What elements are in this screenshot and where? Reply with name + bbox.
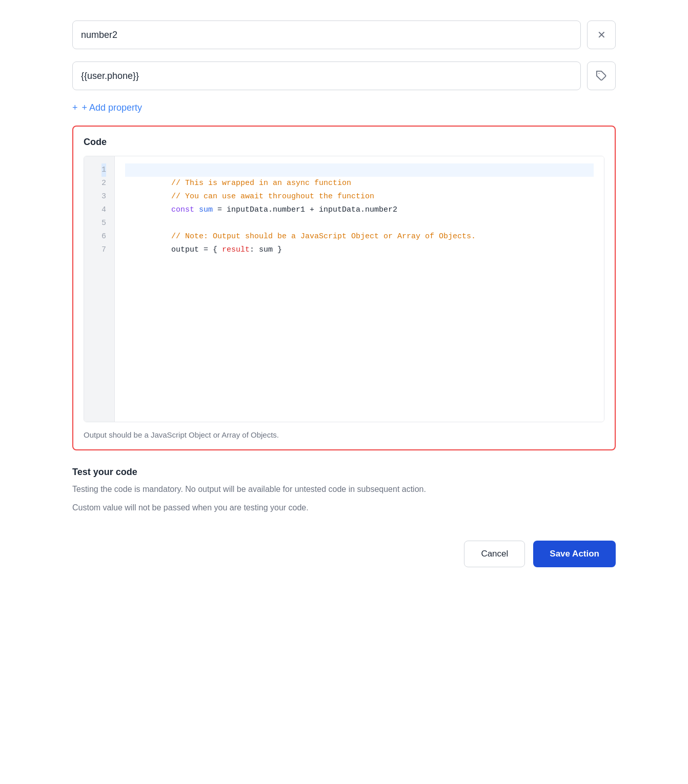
code-line-2: // You can use await throughout the func… xyxy=(125,177,594,190)
tag-icon xyxy=(596,70,607,81)
code-line-5: // Note: Output should be a JavaScript O… xyxy=(125,217,594,230)
line-num-3: 3 xyxy=(102,190,106,203)
test-title: Test your code xyxy=(72,467,616,478)
code-hint: Output should be a JavaScript Object or … xyxy=(84,430,604,439)
add-property-label: + Add property xyxy=(82,102,143,113)
number2-input[interactable] xyxy=(72,20,581,49)
line-num-4: 4 xyxy=(102,203,106,217)
tag-button[interactable] xyxy=(587,61,616,90)
save-action-button[interactable]: Save Action xyxy=(533,541,616,567)
code-content[interactable]: // This is wrapped in an async function … xyxy=(115,156,604,422)
phone-input[interactable] xyxy=(72,61,581,90)
code-line-7 xyxy=(125,243,594,257)
code-section-title: Code xyxy=(84,137,604,148)
number2-row: ✕ xyxy=(72,20,616,49)
code-line-3: const sum = inputData.number1 + inputDat… xyxy=(125,190,594,203)
code-section: Code 1 2 3 4 5 6 7 // This is wrapped in… xyxy=(72,126,616,450)
line-num-5: 5 xyxy=(102,217,106,230)
line-numbers: 1 2 3 4 5 6 7 xyxy=(84,156,115,422)
close-icon: ✕ xyxy=(597,29,606,41)
test-desc-2: Custom value will not be passed when you… xyxy=(72,501,616,514)
code-line-1: // This is wrapped in an async function xyxy=(125,163,594,177)
footer-buttons: Cancel Save Action xyxy=(72,530,616,572)
line-num-2: 2 xyxy=(102,177,106,190)
test-desc-1: Testing the code is mandatory. No output… xyxy=(72,483,616,496)
test-section: Test your code Testing the code is manda… xyxy=(72,463,616,518)
phone-row xyxy=(72,61,616,90)
code-line-4 xyxy=(125,203,594,217)
code-line-6: output = { result: sum } xyxy=(125,230,594,243)
clear-number2-button[interactable]: ✕ xyxy=(587,20,616,49)
line-num-1: 1 xyxy=(102,163,106,177)
code-editor[interactable]: 1 2 3 4 5 6 7 // This is wrapped in an a… xyxy=(84,156,604,422)
cancel-button[interactable]: Cancel xyxy=(464,541,525,567)
line-num-7: 7 xyxy=(102,243,106,257)
add-property-button[interactable]: + + Add property xyxy=(72,102,142,113)
line-num-6: 6 xyxy=(102,230,106,243)
main-container: ✕ + + Add property Code 1 2 3 4 5 6 xyxy=(72,20,616,572)
plus-icon: + xyxy=(72,102,78,113)
